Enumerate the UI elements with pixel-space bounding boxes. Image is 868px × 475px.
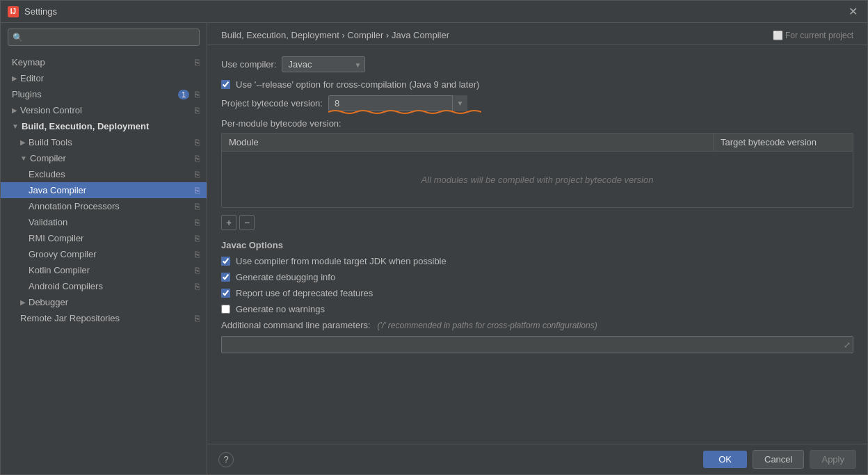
remove-module-button[interactable]: −	[239, 215, 255, 230]
search-box: 🔍	[8, 29, 200, 46]
main-content: Build, Execution, Deployment › Compiler …	[207, 23, 867, 474]
bytecode-input-container: ▼	[328, 95, 467, 111]
javac-option-0: Use compiler from module target JDK when…	[221, 256, 853, 266]
add-module-button[interactable]: +	[221, 215, 236, 230]
release-checkbox[interactable]	[221, 80, 230, 89]
sidebar-item-editor[interactable]: ▶ Editor	[1, 70, 207, 86]
deprecated-features-checkbox[interactable]	[221, 289, 230, 298]
cancel-button[interactable]: Cancel	[753, 450, 804, 469]
col-module-header: Module	[222, 134, 714, 151]
deprecated-features-label[interactable]: Report use of deprecated features	[236, 288, 373, 298]
table-actions: + −	[221, 215, 853, 230]
sidebar-item-compiler[interactable]: ▼ Compiler ⎘	[1, 150, 207, 166]
settings-dialog: IJ Settings ✕ 🔍 Keymap ⎘ ▶ Editor	[0, 0, 868, 475]
expand-icon-compiler: ▼	[20, 154, 27, 162]
title-bar: IJ Settings ✕	[1, 1, 867, 23]
javac-options-title: Javac Options	[221, 240, 853, 250]
module-table-body: All modules will be compiled with projec…	[222, 152, 853, 207]
search-input[interactable]	[8, 29, 200, 46]
version-input-wrapper: ▼	[328, 95, 467, 111]
file-icon-compiler: ⎘	[195, 154, 200, 163]
expand-icon-debugger: ▶	[20, 298, 26, 306]
file-icon-ap: ⎘	[195, 202, 200, 211]
cmdline-row: Additional command line parameters: ('/'…	[221, 320, 853, 330]
file-icon-android: ⎘	[195, 282, 200, 291]
close-button[interactable]: ✕	[846, 5, 860, 18]
cmdline-hint: ('/' recommended in paths for cross-plat…	[378, 321, 597, 330]
apply-button[interactable]: Apply	[810, 450, 856, 469]
sidebar-nav: Keymap ⎘ ▶ Editor Plugins 1 ⎘ ▶ Vers	[1, 51, 207, 474]
release-option-row: Use '--release' option for cross-compila…	[221, 79, 853, 90]
javac-option-2: Report use of deprecated features	[221, 288, 853, 298]
dialog-body: 🔍 Keymap ⎘ ▶ Editor Plugins 1 ⎘	[1, 23, 867, 474]
expand-icon-bt: ▶	[20, 138, 26, 146]
breadcrumb: Build, Execution, Deployment › Compiler …	[207, 23, 867, 45]
use-compiler-row: Use compiler: Javac ▼	[221, 56, 853, 72]
sidebar-item-kotlin-compiler[interactable]: Kotlin Compiler ⎘	[1, 262, 207, 278]
expand-icon: ▶	[12, 74, 17, 82]
sidebar-item-android-compilers[interactable]: Android Compilers ⎘	[1, 278, 207, 294]
file-icon-jc: ⎘	[195, 186, 200, 195]
col-version-header: Target bytecode version	[714, 134, 853, 151]
cmdline-input-wrapper: ⤢	[221, 336, 853, 353]
compiler-select-wrapper: Javac ▼	[282, 56, 365, 72]
generate-debug-label[interactable]: Generate debugging info	[236, 272, 335, 282]
dialog-footer: ? OK Cancel Apply	[207, 444, 867, 474]
app-icon: IJ	[8, 6, 19, 17]
cmdline-input[interactable]	[221, 336, 853, 353]
javac-option-1: Generate debugging info	[221, 272, 853, 282]
file-icon-rmi: ⎘	[195, 234, 200, 243]
file-icon-bt: ⎘	[195, 138, 200, 147]
sidebar-item-java-compiler[interactable]: Java Compiler ⎘	[1, 182, 207, 198]
sidebar-item-annotation-processors[interactable]: Annotation Processors ⎘	[1, 198, 207, 214]
sidebar-item-keymap[interactable]: Keymap ⎘	[1, 54, 207, 70]
sidebar-item-excludes[interactable]: Excludes ⎘	[1, 166, 207, 182]
no-warnings-checkbox[interactable]	[221, 305, 230, 314]
no-warnings-label[interactable]: Generate no warnings	[236, 304, 325, 314]
dialog-title: Settings	[24, 6, 846, 17]
sidebar-item-plugins[interactable]: Plugins 1 ⎘	[1, 86, 207, 102]
cmdline-expand-icon[interactable]: ⤢	[844, 340, 851, 350]
sidebar: 🔍 Keymap ⎘ ▶ Editor Plugins 1 ⎘	[1, 23, 207, 474]
use-module-jdk-label[interactable]: Use compiler from module target JDK when…	[236, 256, 447, 266]
sidebar-item-remote-jar[interactable]: Remote Jar Repositories ⎘	[1, 310, 207, 326]
bytecode-label: Project bytecode version:	[221, 98, 323, 108]
bytecode-version-input[interactable]	[328, 95, 467, 111]
cmdline-label: Additional command line parameters:	[221, 320, 371, 330]
for-current-project: ⬜ For current project	[773, 31, 853, 40]
generate-debug-checkbox[interactable]	[221, 273, 230, 282]
use-module-jdk-checkbox[interactable]	[221, 257, 230, 266]
bytecode-dropdown-btn[interactable]: ▼	[452, 95, 467, 111]
help-button[interactable]: ?	[218, 452, 234, 467]
sidebar-item-build-exec-deploy[interactable]: ▼ Build, Execution, Deployment	[1, 118, 207, 134]
file-icon-val: ⎘	[195, 218, 200, 227]
footer-right: OK Cancel Apply	[703, 450, 856, 469]
module-table-header: Module Target bytecode version	[222, 134, 853, 152]
sidebar-item-build-tools[interactable]: ▶ Build Tools ⎘	[1, 134, 207, 150]
module-empty-msg: All modules will be compiled with projec…	[421, 175, 654, 185]
release-label[interactable]: Use '--release' option for cross-compila…	[236, 79, 479, 90]
javac-option-3: Generate no warnings	[221, 304, 853, 314]
project-icon: ⬜	[773, 31, 783, 40]
use-compiler-label: Use compiler:	[221, 59, 276, 70]
search-icon: 🔍	[13, 33, 23, 42]
compiler-select[interactable]: Javac	[282, 56, 365, 72]
sidebar-item-version-control[interactable]: ▶ Version Control ⎘	[1, 102, 207, 118]
file-icon-excludes: ⎘	[195, 170, 200, 179]
file-icon-rjr: ⎘	[195, 314, 200, 323]
sidebar-item-rmi-compiler[interactable]: RMI Compiler ⎘	[1, 230, 207, 246]
footer-left: ?	[218, 452, 234, 467]
file-icon: ⎘	[195, 58, 200, 67]
ok-button[interactable]: OK	[703, 451, 747, 468]
sidebar-item-groovy-compiler[interactable]: Groovy Compiler ⎘	[1, 246, 207, 262]
expand-icon: ▶	[12, 106, 17, 114]
per-module-label: Per-module bytecode version:	[221, 118, 853, 129]
file-icon-plugins: ⎘	[195, 90, 200, 99]
file-icon-groovy: ⎘	[195, 250, 200, 259]
sidebar-item-debugger[interactable]: ▶ Debugger	[1, 294, 207, 310]
file-icon-vc: ⎘	[195, 106, 200, 115]
project-bytecode-row: Project bytecode version: ▼	[221, 95, 853, 111]
breadcrumb-path: Build, Execution, Deployment › Compiler …	[221, 30, 449, 40]
sidebar-item-validation[interactable]: Validation ⎘	[1, 214, 207, 230]
module-table: Module Target bytecode version All modul…	[221, 133, 853, 208]
